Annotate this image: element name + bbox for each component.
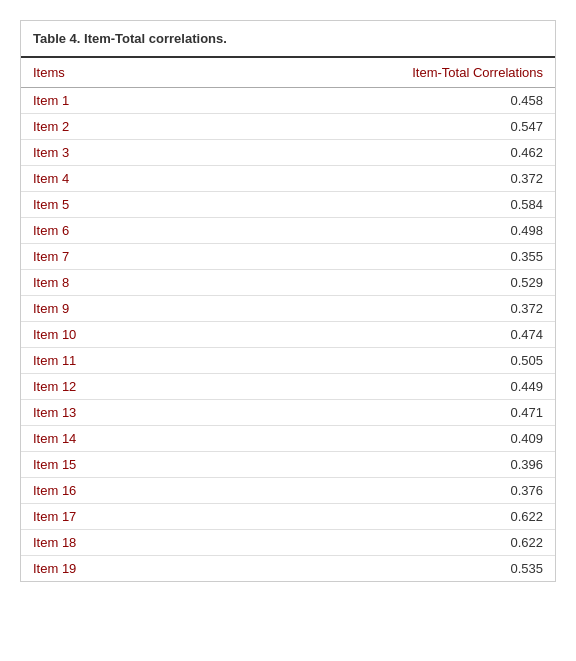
table-header-row: Items Item-Total Correlations — [21, 58, 555, 88]
item-value-cell: 0.396 — [183, 452, 555, 478]
table-title-bold: Table 4. — [33, 31, 80, 46]
table-row: Item 130.471 — [21, 400, 555, 426]
item-value-cell: 0.474 — [183, 322, 555, 348]
table-row: Item 150.396 — [21, 452, 555, 478]
item-name-cell: Item 5 — [21, 192, 183, 218]
item-name-cell: Item 10 — [21, 322, 183, 348]
item-name-cell: Item 18 — [21, 530, 183, 556]
item-value-cell: 0.622 — [183, 504, 555, 530]
item-value-cell: 0.355 — [183, 244, 555, 270]
item-value-cell: 0.547 — [183, 114, 555, 140]
table-row: Item 120.449 — [21, 374, 555, 400]
table-container: Table 4. Item-Total correlations. Items … — [20, 20, 556, 582]
item-value-cell: 0.458 — [183, 88, 555, 114]
item-name-cell: Item 14 — [21, 426, 183, 452]
item-name-cell: Item 9 — [21, 296, 183, 322]
table-row: Item 100.474 — [21, 322, 555, 348]
item-name-cell: Item 16 — [21, 478, 183, 504]
item-name-cell: Item 4 — [21, 166, 183, 192]
col-correlations-header: Item-Total Correlations — [183, 58, 555, 88]
item-name-cell: Item 12 — [21, 374, 183, 400]
table-row: Item 170.622 — [21, 504, 555, 530]
item-name-cell: Item 19 — [21, 556, 183, 582]
item-value-cell: 0.372 — [183, 166, 555, 192]
item-value-cell: 0.449 — [183, 374, 555, 400]
item-name-cell: Item 1 — [21, 88, 183, 114]
table-row: Item 70.355 — [21, 244, 555, 270]
table-row: Item 190.535 — [21, 556, 555, 582]
table-row: Item 140.409 — [21, 426, 555, 452]
table-row: Item 80.529 — [21, 270, 555, 296]
item-name-cell: Item 11 — [21, 348, 183, 374]
table-row: Item 40.372 — [21, 166, 555, 192]
item-value-cell: 0.409 — [183, 426, 555, 452]
table-title-text: Item-Total correlations. — [80, 31, 226, 46]
table-row: Item 50.584 — [21, 192, 555, 218]
item-value-cell: 0.529 — [183, 270, 555, 296]
table-row: Item 20.547 — [21, 114, 555, 140]
item-value-cell: 0.584 — [183, 192, 555, 218]
table-row: Item 90.372 — [21, 296, 555, 322]
table-row: Item 180.622 — [21, 530, 555, 556]
item-value-cell: 0.505 — [183, 348, 555, 374]
item-value-cell: 0.376 — [183, 478, 555, 504]
item-name-cell: Item 3 — [21, 140, 183, 166]
table-row: Item 160.376 — [21, 478, 555, 504]
item-name-cell: Item 2 — [21, 114, 183, 140]
item-value-cell: 0.622 — [183, 530, 555, 556]
table-row: Item 30.462 — [21, 140, 555, 166]
item-name-cell: Item 17 — [21, 504, 183, 530]
data-table: Items Item-Total Correlations Item 10.45… — [21, 58, 555, 581]
item-value-cell: 0.372 — [183, 296, 555, 322]
col-items-header: Items — [21, 58, 183, 88]
item-name-cell: Item 8 — [21, 270, 183, 296]
item-value-cell: 0.498 — [183, 218, 555, 244]
item-name-cell: Item 15 — [21, 452, 183, 478]
table-row: Item 10.458 — [21, 88, 555, 114]
item-name-cell: Item 7 — [21, 244, 183, 270]
table-row: Item 110.505 — [21, 348, 555, 374]
table-row: Item 60.498 — [21, 218, 555, 244]
table-title: Table 4. Item-Total correlations. — [21, 21, 555, 58]
item-name-cell: Item 6 — [21, 218, 183, 244]
table-body: Item 10.458Item 20.547Item 30.462Item 40… — [21, 88, 555, 582]
item-name-cell: Item 13 — [21, 400, 183, 426]
item-value-cell: 0.471 — [183, 400, 555, 426]
item-value-cell: 0.462 — [183, 140, 555, 166]
item-value-cell: 0.535 — [183, 556, 555, 582]
